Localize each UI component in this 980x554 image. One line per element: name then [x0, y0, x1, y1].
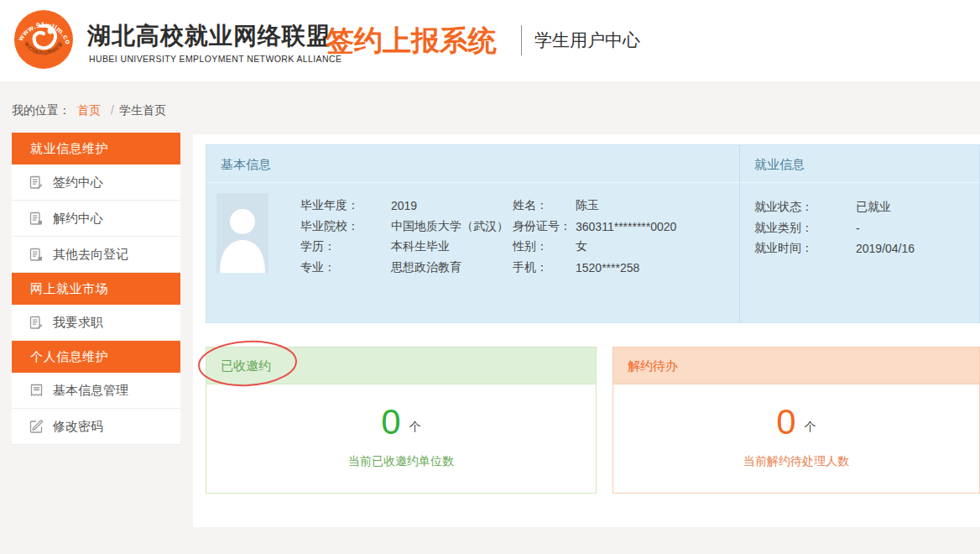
field-value: 女 — [576, 239, 587, 254]
field-label: 毕业年度： — [300, 198, 391, 213]
edit-pen-icon — [29, 420, 44, 434]
brand-title-en: HUBEI UNIVERSITY EMPLOYMENT NETWORK ALLI… — [89, 54, 341, 64]
cancellation-pending-card-title: 解约待办 — [613, 348, 979, 384]
field-label: 专业： — [300, 260, 391, 275]
field-label: 姓名： — [513, 198, 576, 213]
count-row: 0个 — [613, 405, 979, 440]
invitations-count: 0 — [381, 402, 400, 442]
field-row: 性别：女 — [513, 237, 676, 258]
basic-info-title: 基本信息 — [206, 145, 739, 183]
field-value: 已就业 — [856, 200, 891, 215]
doc-pen-icon — [29, 175, 44, 190]
field-label: 性别： — [513, 239, 576, 254]
student-home-page: www.91wllm.com 湖北高校就业网络联盟 湖北高校就业网络联盟 HUB… — [0, 0, 980, 554]
field-value: 中国地质大学（武汉） — [391, 219, 508, 234]
field-value: 思想政治教育 — [391, 260, 461, 275]
field-row: 毕业院校：中国地质大学（武汉） — [300, 217, 508, 238]
field-value: - — [856, 222, 860, 235]
breadcrumb-label: 我的位置： — [12, 103, 70, 117]
field-row: 专业：思想政治教育 — [300, 258, 508, 279]
sidebar-section-employment-info: 就业信息维护 — [12, 133, 180, 165]
sidebar-item-change-password[interactable]: 修改密码 — [12, 409, 180, 445]
basic-info-right-column: 姓名：陈玉 身份证号：360311********0020 性别：女 手机：15… — [513, 196, 676, 278]
field-value: 1520****258 — [576, 261, 639, 274]
portal-name: 学生用户中心 — [534, 29, 640, 52]
field-row: 就业时间：2019/04/16 — [754, 238, 915, 259]
alliance-logo-icon: www.91wllm.com 湖北高校就业网络联盟 — [13, 9, 74, 70]
sidebar-item-label: 签约中心 — [53, 175, 103, 191]
app-header: www.91wllm.com 湖北高校就业网络联盟 湖北高校就业网络联盟 HUB… — [0, 0, 980, 81]
basic-info-left-column: 毕业年度：2019 毕业院校：中国地质大学（武汉） 学历：本科生毕业 专业：思想… — [300, 196, 508, 278]
doc-list-icon — [29, 384, 44, 398]
main-content: 基本信息 毕业年度：2019 毕业院校：中国地质大学（武汉） 学历：本科生毕业 … — [193, 134, 980, 527]
field-value: 陈玉 — [576, 198, 599, 213]
field-row: 学历：本科生毕业 — [300, 237, 508, 258]
breadcrumb: 我的位置：首页/学生首页 — [12, 103, 166, 118]
invitations-caption: 当前已收邀约单位数 — [206, 454, 596, 469]
employment-info-rows: 就业状态：已就业 就业类别：- 就业时间：2019/04/16 — [754, 197, 915, 259]
field-label: 就业类别： — [754, 221, 856, 236]
employment-info-title: 就业信息 — [740, 145, 979, 183]
received-invitations-card-title: 已收邀约 — [206, 348, 596, 384]
field-label: 毕业院校： — [300, 219, 391, 234]
field-row: 就业状态：已就业 — [754, 197, 915, 218]
basic-info-section: 基本信息 毕业年度：2019 毕业院校：中国地质大学（武汉） 学历：本科生毕业 … — [206, 145, 740, 322]
avatar — [216, 193, 268, 273]
received-invitations-card[interactable]: 已收邀约 0个 当前已收邀约单位数 — [206, 347, 597, 494]
sidebar-item-label: 解约中心 — [53, 211, 103, 227]
sidebar-item-job-seeking[interactable]: 我要求职 — [12, 305, 180, 341]
sidebar-section-personal-info: 个人信息维护 — [12, 341, 180, 373]
field-row: 毕业年度：2019 — [300, 196, 508, 217]
field-value: 2019 — [391, 199, 417, 212]
sidebar-item-label: 其他去向登记 — [53, 247, 128, 263]
sidebar-item-label: 我要求职 — [53, 315, 103, 331]
sidebar-item-other-destination[interactable]: 其他去向登记 — [12, 237, 180, 273]
doc-register-icon — [29, 248, 44, 262]
sidebar-item-label: 基本信息管理 — [53, 383, 128, 399]
field-value: 360311********0020 — [576, 220, 676, 233]
sidebar-item-cancel-center[interactable]: 解约中心 — [12, 201, 180, 237]
field-value: 2019/04/16 — [856, 242, 915, 255]
count-unit: 个 — [409, 420, 421, 433]
field-row: 手机：1520****258 — [513, 258, 676, 279]
count-unit: 个 — [805, 420, 816, 433]
cancellation-caption: 当前解约待处理人数 — [613, 454, 979, 469]
student-info-panel: 基本信息 毕业年度：2019 毕业院校：中国地质大学（武汉） 学历：本科生毕业 … — [206, 144, 980, 323]
sidebar-nav: 就业信息维护 签约中心 解约中心 其他去向登记 网上就业市场 — [12, 133, 180, 445]
sidebar-item-sign-center[interactable]: 签约中心 — [12, 165, 180, 201]
sidebar-item-basic-info-manage[interactable]: 基本信息管理 — [12, 373, 180, 409]
employment-info-section: 就业信息 就业状态：已就业 就业类别：- 就业时间：2019/04/16 — [740, 145, 979, 322]
breadcrumb-current: 学生首页 — [119, 103, 166, 117]
breadcrumb-home-link[interactable]: 首页 — [77, 103, 101, 117]
header-divider — [521, 25, 522, 55]
system-name: 签约上报系统 — [326, 22, 497, 60]
field-label: 身份证号： — [513, 219, 576, 234]
field-label: 就业时间： — [754, 241, 856, 256]
field-label: 手机： — [513, 260, 576, 275]
sidebar-item-label: 修改密码 — [53, 419, 103, 435]
breadcrumb-separator: / — [111, 103, 114, 117]
field-value: 本科生毕业 — [391, 239, 450, 254]
field-row: 身份证号：360311********0020 — [513, 217, 676, 238]
doc-pen-icon — [29, 316, 44, 330]
cancellation-count: 0 — [776, 402, 795, 442]
person-silhouette-icon — [216, 193, 268, 273]
doc-cancel-icon — [29, 212, 44, 226]
cancellation-pending-card[interactable]: 解约待办 0个 当前解约待处理人数 — [612, 347, 980, 494]
brand-title-cn: 湖北高校就业网络联盟 — [87, 20, 331, 52]
sidebar-section-job-market: 网上就业市场 — [12, 273, 180, 305]
field-row: 就业类别：- — [754, 218, 915, 239]
count-row: 0个 — [206, 405, 596, 440]
field-label: 就业状态： — [754, 200, 856, 215]
field-label: 学历： — [300, 239, 391, 254]
field-row: 姓名：陈玉 — [513, 196, 676, 217]
